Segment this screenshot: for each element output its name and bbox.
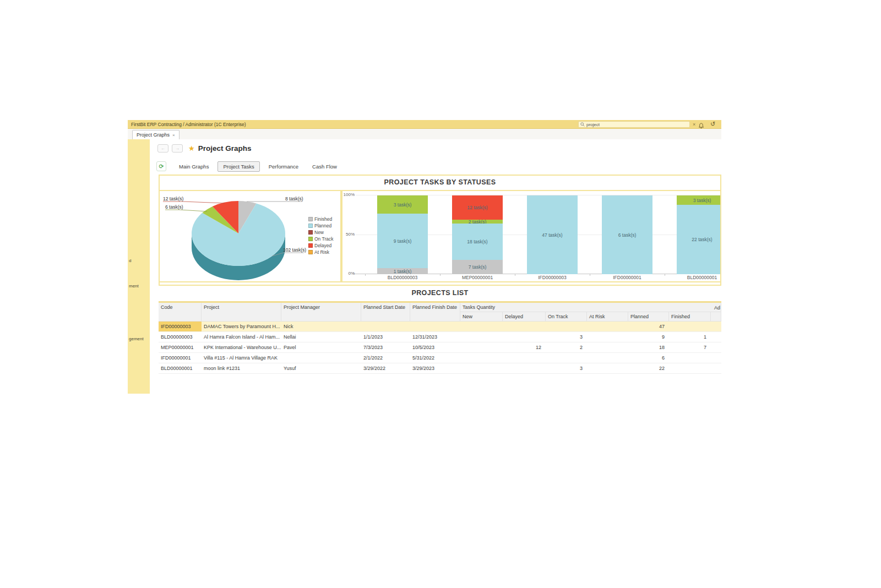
table-cell[interactable] [503,363,546,374]
table-cell[interactable]: 7/3/2023 [361,342,410,353]
forward-button[interactable]: → [172,144,183,153]
table-row-code-mep00000001[interactable]: MEP00000001 [159,342,202,353]
table-cell[interactable]: 9 [628,332,669,342]
table-cell[interactable] [546,353,587,363]
x-axis-tick [665,274,665,276]
column-header-finished[interactable]: Finished [669,312,711,322]
bar-segment-on-track[interactable]: 2 task(s) [452,220,503,224]
toolbar-tab-cash-flow[interactable]: Cash Flow [307,162,342,171]
column-header-project-manager[interactable]: Project Manager [281,303,361,322]
bar-segment-finished[interactable]: 7 task(s) [452,260,503,274]
table-cell[interactable] [711,342,721,353]
table-cell[interactable]: 5/31/2022 [410,353,460,363]
bar-segment-delayed[interactable]: 12 task(s) [452,195,503,220]
table-cell[interactable] [460,332,503,342]
table-row-code-bld00000001[interactable]: BLD00000001 [159,363,202,374]
table-cell[interactable] [587,353,628,363]
bar-segment-finished[interactable]: 1 task(s) [377,268,428,274]
table-cell[interactable]: Nellai [281,332,361,342]
table-cell[interactable] [669,363,711,374]
column-header-code[interactable]: Code [159,303,202,322]
table-cell[interactable]: DAMAC Towers by Paramount H... [202,322,281,332]
table-cell[interactable]: KPK International - Warehouse U... [202,342,281,353]
column-header-planned[interactable]: Planned [628,312,669,322]
table-cell[interactable]: 47 [628,322,669,332]
table-cell[interactable] [503,353,546,363]
table-cell[interactable]: 1 [669,332,711,342]
table-cell[interactable] [460,363,503,374]
table-cell[interactable]: 10/5/2023 [410,342,460,353]
bar-segment-planned[interactable]: 9 task(s) [377,214,428,268]
toolbar-tab-performance[interactable]: Performance [264,162,303,171]
bar-segment-planned[interactable]: 6 task(s) [602,195,652,274]
table-cell[interactable] [460,342,503,353]
table-cell[interactable] [711,353,721,363]
column-header-tasks-quantity[interactable]: Tasks Quantity [460,303,721,312]
table-cell[interactable] [460,353,503,363]
table-cell[interactable] [587,322,628,332]
table-cell[interactable] [587,332,628,342]
table-cell[interactable]: Yusuf [281,363,361,374]
table-cell[interactable]: Pavel [281,342,361,353]
sidebar-item-fragment[interactable]: ment [129,284,139,288]
table-cell[interactable] [410,322,460,332]
table-cell[interactable]: 3 [546,363,587,374]
table-cell[interactable]: 12/31/2023 [410,332,460,342]
table-cell[interactable]: 18 [628,342,669,353]
table-cell[interactable] [460,322,503,332]
column-header-new[interactable]: New [460,312,503,322]
table-cell[interactable]: 2 [546,342,587,353]
tab-project-graphs[interactable]: Project Graphs × [132,130,180,139]
table-cell[interactable] [361,322,410,332]
sidebar-item-fragment[interactable]: gement [129,336,144,341]
favorite-star-icon[interactable]: ★ [188,144,195,153]
table-cell[interactable] [711,322,721,332]
refresh-button[interactable]: ⟳ [156,161,166,171]
table-row-code-ifd00000001[interactable]: IFD00000001 [159,353,202,363]
history-icon[interactable]: ↺ [710,121,715,128]
table-cell[interactable]: 1/1/2023 [361,332,410,342]
bar-segment-on-track[interactable]: 3 task(s) [677,195,720,205]
table-cell[interactable]: Nick [281,322,361,332]
tab-close-icon[interactable]: × [172,133,175,138]
table-row-code-ifd00000003[interactable]: IFD00000003 [159,322,202,332]
clear-search-icon[interactable]: × [693,122,695,127]
table-cell[interactable] [546,322,587,332]
table-cell[interactable] [587,363,628,374]
global-search-input[interactable]: project [578,121,690,128]
sidebar-item-fragment[interactable]: d [129,258,131,263]
back-button[interactable]: ← [157,144,168,153]
toolbar-tab-main-graphs[interactable]: Main Graphs [174,162,214,171]
column-header-on-track[interactable]: On Track [546,312,587,322]
table-cell[interactable] [503,332,546,342]
table-cell[interactable]: 7 [669,342,711,353]
column-header-planned-start-date[interactable]: Planned Start Date [361,303,410,322]
bar-segment-planned[interactable]: 18 task(s) [452,224,503,260]
table-cell[interactable]: 3/29/2022 [361,363,410,374]
table-cell[interactable]: Villa #115 - Al Hamra Village RAK [202,353,281,363]
table-cell[interactable]: moon link #1231 [202,363,281,374]
table-cell[interactable] [711,363,721,374]
bar-segment-planned[interactable]: 47 task(s) [527,195,578,274]
table-cell[interactable]: 22 [628,363,669,374]
table-cell[interactable]: Al Hamra Falcon Island - Al Ham... [202,332,281,342]
table-cell[interactable]: 3 [546,332,587,342]
table-cell[interactable] [669,353,711,363]
bar-segment-planned[interactable]: 22 task(s) [677,205,720,274]
table-cell[interactable]: 2/1/2022 [361,353,410,363]
column-header-planned-finish-date[interactable]: Planned Finish Date [410,303,460,322]
table-cell[interactable] [669,322,711,332]
column-header-delayed[interactable]: Delayed [503,312,546,322]
toolbar-tab-project-tasks[interactable]: Project Tasks [217,161,259,172]
table-cell[interactable] [587,342,628,353]
table-cell[interactable] [711,332,721,342]
table-cell[interactable] [503,322,546,332]
bar-segment-on-track[interactable]: 3 task(s) [377,195,428,214]
column-header-project[interactable]: Project [202,303,281,322]
table-cell[interactable]: 6 [628,353,669,363]
table-cell[interactable]: 12 [503,342,546,353]
table-cell[interactable]: 3/29/2023 [410,363,460,374]
table-row-code-bld00000003[interactable]: BLD00000003 [159,332,202,342]
table-cell[interactable] [281,353,361,363]
column-header-at-risk[interactable]: At Risk [587,312,628,322]
